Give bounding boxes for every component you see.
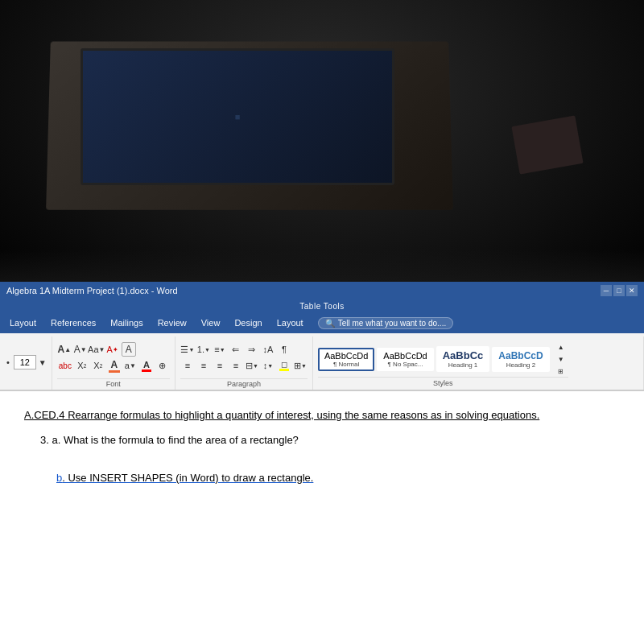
font-color-btn[interactable]: A	[107, 358, 122, 373]
style-h1-label: Heading 1	[448, 361, 477, 369]
font-label: Font	[57, 378, 170, 388]
style-heading2[interactable]: AaBbCcD Heading 2	[492, 347, 549, 372]
decrease-indent-btn[interactable]: ⇐	[229, 342, 243, 357]
font-size-group: • ▼	[0, 336, 52, 390]
format-painter-btn[interactable]: ⊕	[155, 358, 170, 373]
style-nospace-label: ¶ No Spac...	[388, 361, 423, 368]
align-center-btn[interactable]: ≡	[196, 358, 211, 373]
spacer1	[24, 449, 620, 464]
superscript-btn[interactable]: X2	[91, 358, 105, 373]
font-size-input[interactable]	[14, 355, 36, 369]
styles-scroll-up[interactable]: ▲	[554, 341, 568, 353]
ribbon: • ▼ A▲ A▼ Aa▼ A✦ A	[0, 333, 644, 391]
shrink-font-btn[interactable]: A▼	[73, 342, 88, 357]
columns-btn[interactable]: ⊟▼	[245, 358, 259, 373]
styles-section: AaBbCcDd ¶ Normal AaBbCcDd ¶ No Spac... …	[313, 336, 644, 390]
styles-scroll-down[interactable]: ▼	[554, 353, 568, 365]
font-group: A▲ A▼ Aa▼ A✦ A abc X2 X2 A	[52, 336, 175, 390]
borders-btn[interactable]: ⊞▼	[293, 358, 308, 373]
menu-bar: Layout References Mailings Review View D…	[0, 312, 644, 333]
multilevel-btn[interactable]: ≡▼	[213, 342, 227, 357]
question-b: b. Use INSERT SHAPES (in Word) to draw a…	[56, 470, 620, 487]
shading-btn[interactable]: ◻	[277, 358, 291, 373]
align-right-btn[interactable]: ≡	[213, 358, 227, 373]
font-row2: abc X2 X2 A a▼ A	[57, 358, 170, 373]
menu-mailings[interactable]: Mailings	[104, 316, 149, 329]
style-normal-label: ¶ Normal	[333, 361, 359, 368]
window-title: Algebra 1A Midterm Project (1).docx - Wo…	[6, 286, 601, 295]
para-row2: ≡ ≡ ≡ ≡ ⊟▼ ↕▼ ◻ ⊞▼	[180, 358, 308, 373]
photo-background: ■	[0, 0, 644, 298]
question-b-text: . Use INSERT SHAPES (in Word) to draw a …	[62, 472, 313, 484]
clear-format-btn[interactable]: A	[122, 342, 136, 357]
font-content: A▲ A▼ Aa▼ A✦ A abc X2 X2 A	[57, 338, 170, 378]
font-size-content: • ▼	[5, 338, 47, 388]
tell-me-box[interactable]: 🔍 Tell me what you want to do....	[318, 317, 454, 329]
font-size-row: • ▼	[5, 355, 47, 369]
word-window: Algebra 1A Midterm Project (1).docx - Wo…	[0, 282, 644, 644]
bullets-btn[interactable]: ☰▼	[180, 342, 195, 357]
question3: 3. a. What is the formula to find the ar…	[40, 432, 620, 449]
grow-font-btn[interactable]: A▲	[57, 342, 72, 357]
menu-references[interactable]: References	[44, 316, 102, 329]
paragraph-label: Paragraph	[180, 378, 308, 388]
search-icon: 🔍	[325, 319, 335, 328]
style-no-space[interactable]: AaBbCcDd ¶ No Spac...	[377, 348, 433, 371]
menu-layout2[interactable]: Layout	[270, 316, 310, 329]
tell-me-text: Tell me what you want to do....	[338, 319, 447, 328]
paragraph-content: ☰▼ 1.▼ ≡▼ ⇐ ⇒ ↕A ¶ ≡ ≡ ≡ ≡ ⊟▼ ↕▼	[180, 338, 308, 378]
text-effects-btn[interactable]: A✦	[105, 342, 120, 357]
justify-btn[interactable]: ≡	[229, 358, 243, 373]
font-row1: A▲ A▼ Aa▼ A✦ A	[57, 342, 170, 357]
line-spacing-btn[interactable]: ↕▼	[261, 358, 275, 373]
subscript-btn[interactable]: X2	[75, 358, 89, 373]
table-tools-label: Table Tools	[299, 302, 344, 311]
table-tools-bar: Table Tools	[0, 299, 644, 312]
style-h2-label: Heading 2	[506, 361, 535, 369]
change-case-btn[interactable]: Aa▼	[89, 342, 104, 357]
close-button[interactable]: ✕	[626, 285, 638, 296]
sort-btn[interactable]: ↕A	[261, 342, 275, 357]
styles-row: AaBbCcDd ¶ Normal AaBbCcDd ¶ No Spac... …	[318, 340, 568, 377]
title-bar: Algebra 1A Midterm Project (1).docx - Wo…	[0, 282, 644, 299]
style-nospace-preview: AaBbCcDd	[383, 351, 427, 361]
style-normal[interactable]: AaBbCcDd ¶ Normal	[318, 348, 374, 371]
bullet-icon: •	[5, 357, 11, 367]
paragraph-group: ☰▼ 1.▼ ≡▼ ⇐ ⇒ ↕A ¶ ≡ ≡ ≡ ≡ ⊟▼ ↕▼	[175, 336, 313, 390]
abc-label: abc	[57, 361, 73, 370]
menu-design[interactable]: Design	[228, 316, 268, 329]
style-h2-preview: AaBbCcD	[498, 350, 543, 361]
font-size-caret[interactable]: ▼	[39, 358, 47, 367]
align-left-btn[interactable]: ≡	[180, 358, 195, 373]
styles-label: Styles	[318, 377, 568, 387]
styles-more: ▲ ▼ ⊞	[554, 341, 568, 377]
style-heading1[interactable]: AaBbCc Heading 1	[436, 346, 490, 372]
standard-label: A.CED.4 Rearrange formulas to highlight …	[24, 407, 620, 424]
maximize-button[interactable]: □	[613, 285, 625, 296]
font-color-btn2[interactable]: A	[139, 358, 154, 373]
highlight-btn[interactable]: a▼	[123, 358, 138, 373]
para-row1: ☰▼ 1.▼ ≡▼ ⇐ ⇒ ↕A ¶	[180, 342, 308, 357]
numbering-btn[interactable]: 1.▼	[196, 342, 211, 357]
pilcrow-btn[interactable]: ¶	[277, 342, 291, 357]
style-normal-preview: AaBbCcDd	[324, 351, 368, 361]
style-h1-preview: AaBbCc	[443, 349, 484, 361]
menu-review[interactable]: Review	[151, 316, 193, 329]
menu-layout[interactable]: Layout	[3, 316, 43, 329]
menu-view[interactable]: View	[195, 316, 227, 329]
styles-expand[interactable]: ⊞	[554, 365, 568, 377]
minimize-button[interactable]: ─	[601, 285, 612, 296]
window-controls: ─ □ ✕	[601, 285, 638, 296]
document-content: A.CED.4 Rearrange formulas to highlight …	[0, 391, 644, 502]
increase-indent-btn[interactable]: ⇒	[245, 342, 259, 357]
